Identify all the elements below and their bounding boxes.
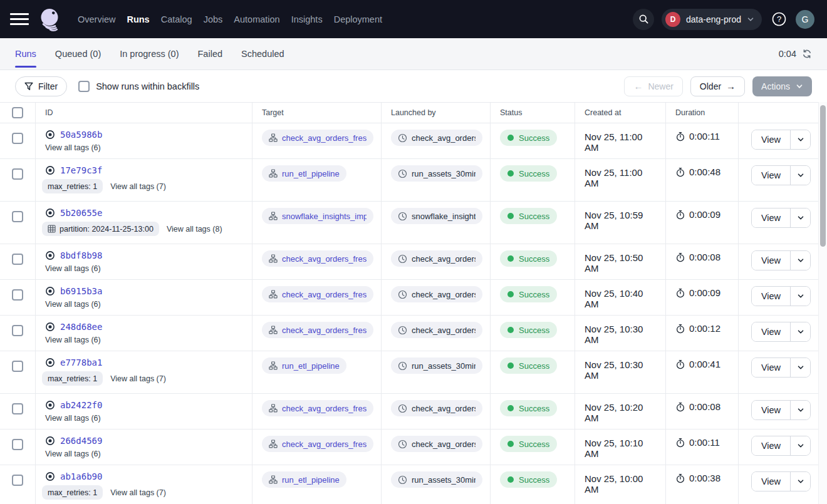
view-button[interactable]: View xyxy=(752,401,790,419)
run-id-link[interactable]: 8bdf8b98 xyxy=(60,250,102,260)
backfills-toggle[interactable]: Show runs within backfills xyxy=(78,81,199,92)
launched-by-pill[interactable]: run_assets_30min xyxy=(391,357,482,374)
run-tag-pill[interactable]: max_retries: 1 xyxy=(42,371,103,386)
run-id-link[interactable]: 5b20655e xyxy=(60,208,102,218)
tab-failed[interactable]: Failed xyxy=(198,38,223,69)
view-button[interactable]: View xyxy=(752,287,790,306)
run-id-link[interactable]: 248d68ee xyxy=(60,322,102,332)
view-all-tags-link[interactable]: View all tags (6) xyxy=(45,143,101,152)
row-checkbox[interactable] xyxy=(12,254,23,265)
older-button[interactable]: Older → xyxy=(690,76,745,96)
row-checkbox[interactable] xyxy=(12,211,23,222)
view-all-tags-link[interactable]: View all tags (6) xyxy=(45,450,101,458)
view-dropdown-button[interactable] xyxy=(790,472,810,491)
view-button[interactable]: View xyxy=(752,358,790,377)
newer-button[interactable]: ← Newer xyxy=(624,76,682,96)
view-dropdown-button[interactable] xyxy=(790,401,810,419)
view-button[interactable]: View xyxy=(752,166,790,185)
menu-icon[interactable] xyxy=(10,12,29,27)
launched-by-pill[interactable]: run_assets_30min xyxy=(391,471,482,488)
view-dropdown-button[interactable] xyxy=(790,322,810,341)
tab-runs[interactable]: Runs xyxy=(15,38,36,69)
nav-item-automation[interactable]: Automation xyxy=(234,14,279,24)
dagster-logo[interactable] xyxy=(36,5,65,34)
row-checkbox[interactable] xyxy=(12,403,23,414)
launched-by-pill[interactable]: run_assets_30min xyxy=(391,165,482,182)
view-dropdown-button[interactable] xyxy=(790,287,810,306)
view-all-tags-link[interactable]: View all tags (7) xyxy=(110,374,166,383)
view-button[interactable]: View xyxy=(752,130,790,149)
workspace-switcher[interactable]: D data-eng-prod xyxy=(662,9,762,30)
nav-item-catalog[interactable]: Catalog xyxy=(161,14,192,24)
help-icon[interactable]: ? xyxy=(769,10,788,29)
view-all-tags-link[interactable]: View all tags (8) xyxy=(167,225,222,234)
view-all-tags-link[interactable]: View all tags (7) xyxy=(110,488,166,497)
run-id-link[interactable]: ab2422f0 xyxy=(60,400,102,410)
scrollbar-thumb[interactable] xyxy=(820,105,826,247)
row-checkbox[interactable] xyxy=(12,133,23,144)
select-all-checkbox[interactable] xyxy=(12,107,23,118)
view-dropdown-button[interactable] xyxy=(790,251,810,270)
row-checkbox[interactable] xyxy=(12,168,23,180)
view-button[interactable]: View xyxy=(752,472,790,491)
run-id-link[interactable]: b6915b3a xyxy=(60,286,102,296)
view-dropdown-button[interactable] xyxy=(790,358,810,377)
target-pill[interactable]: run_etl_pipeline xyxy=(262,357,346,374)
view-all-tags-link[interactable]: View all tags (6) xyxy=(45,300,101,309)
target-pill[interactable]: check_avg_orders_freshne xyxy=(262,322,373,338)
tab-scheduled[interactable]: Scheduled xyxy=(241,38,284,69)
target-pill[interactable]: check_avg_orders_freshne xyxy=(262,400,373,416)
view-all-tags-link[interactable]: View all tags (7) xyxy=(110,182,166,191)
view-button[interactable]: View xyxy=(752,436,790,455)
view-button[interactable]: View xyxy=(752,322,790,341)
filter-button[interactable]: Filter xyxy=(15,76,67,96)
target-pill[interactable]: check_avg_orders_freshne xyxy=(262,130,373,146)
tab-in-progress-0[interactable]: In progress (0) xyxy=(120,38,179,69)
run-id-link[interactable]: ab1a6b90 xyxy=(60,471,102,481)
view-button[interactable]: View xyxy=(752,208,790,227)
launched-by-pill[interactable]: check_avg_orders_f… xyxy=(391,322,482,338)
view-dropdown-button[interactable] xyxy=(790,208,810,227)
view-dropdown-button[interactable] xyxy=(790,166,810,185)
launched-by-pill[interactable]: check_avg_orders_f… xyxy=(391,250,482,267)
row-checkbox[interactable] xyxy=(12,325,23,336)
nav-item-overview[interactable]: Overview xyxy=(78,14,115,24)
launched-by-pill[interactable]: check_avg_orders_f… xyxy=(391,400,482,416)
scrollbar-track[interactable] xyxy=(818,102,827,504)
launched-by-pill[interactable]: check_avg_orders_f… xyxy=(391,286,482,302)
nav-item-insights[interactable]: Insights xyxy=(291,14,323,24)
target-pill[interactable]: snowflake_insights_import xyxy=(262,208,373,224)
view-all-tags-link[interactable]: View all tags (6) xyxy=(45,264,101,273)
target-pill[interactable]: run_etl_pipeline xyxy=(262,471,346,488)
view-dropdown-button[interactable] xyxy=(790,130,810,149)
run-tag-pill[interactable]: max_retries: 1 xyxy=(42,179,103,193)
run-id-link[interactable]: 266d4569 xyxy=(60,436,102,446)
view-all-tags-link[interactable]: View all tags (6) xyxy=(45,414,101,423)
launched-by-pill[interactable]: check_avg_orders_f… xyxy=(391,130,482,146)
target-pill[interactable]: run_etl_pipeline xyxy=(262,165,346,182)
launched-by-pill[interactable]: snowflake_insights_… xyxy=(391,208,482,224)
view-all-tags-link[interactable]: View all tags (6) xyxy=(45,336,101,344)
tab-queued-0[interactable]: Queued (0) xyxy=(55,38,101,69)
view-button[interactable]: View xyxy=(752,251,790,270)
row-checkbox[interactable] xyxy=(12,361,23,372)
row-checkbox[interactable] xyxy=(12,439,23,450)
run-tag-pill[interactable]: max_retries: 1 xyxy=(42,485,103,500)
search-icon[interactable] xyxy=(633,9,654,30)
nav-item-runs[interactable]: Runs xyxy=(127,14,149,24)
nav-item-deployment[interactable]: Deployment xyxy=(334,14,382,24)
run-id-link[interactable]: 50a5986b xyxy=(60,130,102,140)
row-checkbox[interactable] xyxy=(12,475,23,486)
refresh-icon[interactable] xyxy=(802,49,812,59)
actions-button[interactable]: Actions xyxy=(752,76,812,96)
run-id-link[interactable]: 17e79c3f xyxy=(60,165,102,175)
launched-by-pill[interactable]: check_avg_orders_f… xyxy=(391,436,482,452)
view-dropdown-button[interactable] xyxy=(790,436,810,455)
target-pill[interactable]: check_avg_orders_freshne xyxy=(262,250,373,267)
backfills-checkbox[interactable] xyxy=(78,81,90,92)
run-id-link[interactable]: e7778ba1 xyxy=(60,357,102,368)
target-pill[interactable]: check_avg_orders_freshne xyxy=(262,436,373,452)
row-checkbox[interactable] xyxy=(12,289,23,301)
target-pill[interactable]: check_avg_orders_freshne xyxy=(262,286,373,302)
user-avatar[interactable]: G xyxy=(796,10,814,29)
